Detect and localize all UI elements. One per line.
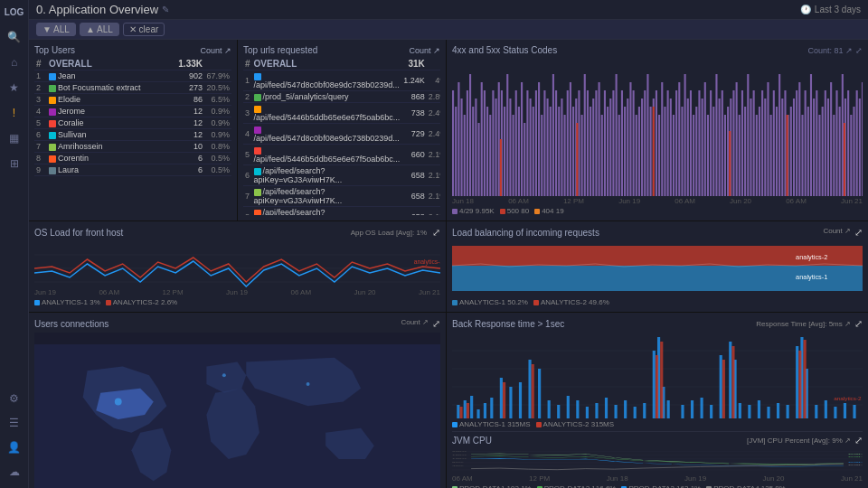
status-codes-panel: 4xx and 5xx Status Codes Count: 81 ↗ ⤢ g… <box>447 40 868 221</box>
table-row: 2 /prod_5i/analytics/query 868 2.8% <box>243 91 440 103</box>
legend-color-500 <box>500 209 505 214</box>
sidebar-item-home[interactable]: ⌂ <box>2 51 27 74</box>
expand-icon[interactable]: ⤢ <box>854 318 863 330</box>
table-row: 1 /api/feed/547d8c0bf08e9dc738b0239d... … <box>243 70 440 91</box>
top-users-title: Top Users <box>34 45 75 55</box>
table-row: 8 Corentin 6 0.5% <box>34 153 231 164</box>
expand-icon[interactable]: ⤢ <box>432 318 440 330</box>
jvm-x-labels: 06 AM 12 PM Jun 18 Jun 19 Jun 20 Jun 21 <box>452 474 863 483</box>
svg-text:analytics-1: analytics-1 <box>796 273 827 281</box>
svg-rect-215 <box>503 382 505 418</box>
svg-text:Prod-data4: Prod-data4 <box>848 461 863 463</box>
svg-rect-194 <box>701 398 703 418</box>
svg-point-159 <box>115 399 122 406</box>
svg-rect-168 <box>470 396 473 418</box>
svg-rect-203 <box>777 403 779 418</box>
urls-table: # OVERALL 31K 1 /api/feed/547d8c0bf08e9d… <box>243 58 440 215</box>
sidebar-item-alert[interactable]: ! <box>2 101 27 125</box>
expand-icon[interactable]: ⤢ <box>854 435 863 446</box>
svg-rect-62 <box>629 82 631 196</box>
jvm-header: JVM CPU [JVM] CPU Percent [Avg]: 9% ↗ ⤢ <box>452 435 863 446</box>
svg-rect-86 <box>698 90 700 196</box>
svg-rect-55 <box>609 99 611 196</box>
sidebar-item-cloud[interactable]: ☁ <box>2 460 27 483</box>
jvm-chart: 200% 160% 120% 80% 40% Prod-data6 <box>452 449 863 474</box>
svg-rect-211 <box>844 403 846 418</box>
table-row: 7 Amrihossein 10 0.8% <box>34 141 231 153</box>
svg-rect-220 <box>731 346 734 418</box>
expand-icon[interactable]: ⤢ <box>855 46 863 55</box>
svg-rect-143 <box>862 82 863 196</box>
table-row: 7 /api/feed/search?apiKey=vGJ3AviwH7K...… <box>243 186 440 207</box>
svg-rect-180 <box>576 400 579 418</box>
svg-rect-28 <box>533 107 534 196</box>
svg-rect-214 <box>467 403 469 418</box>
svg-rect-93 <box>719 99 721 196</box>
svg-rect-89 <box>707 115 709 196</box>
users-map-header: Users connections Count ↗ ⤢ <box>34 318 440 330</box>
table-row: 2 Bot Focusmatic extract 273 20.5% <box>34 82 231 94</box>
svg-rect-75 <box>667 90 669 196</box>
sidebar-item-settings[interactable]: ⚙ <box>2 387 27 410</box>
svg-rect-63 <box>633 90 635 196</box>
legend-color-lb1 <box>452 300 458 305</box>
svg-text:40%: 40% <box>452 465 464 467</box>
svg-rect-19 <box>506 74 508 196</box>
os-load-header: OS Load for front host App OS Load [Avg]… <box>34 227 440 239</box>
svg-rect-132 <box>830 82 832 196</box>
status-count: Count: 81 ↗ ⤢ <box>807 46 863 55</box>
expand-icon[interactable]: ⤢ <box>432 227 440 239</box>
svg-rect-67 <box>644 90 646 196</box>
legend-color-a1 <box>34 300 40 305</box>
filter-all-btn[interactable]: ▼ ALL <box>36 23 76 36</box>
sidebar-item-user[interactable]: 👤 <box>2 436 27 459</box>
sidebar-item-chart[interactable]: ▦ <box>2 127 27 150</box>
svg-rect-34 <box>550 107 552 196</box>
filter-all2-btn[interactable]: ▲ ALL <box>80 23 119 36</box>
clear-btn[interactable]: ✕ clear <box>123 23 165 36</box>
jvm-legend: PROD-DATA1 192.1% PROD-DATA2 116.6% PROD… <box>452 484 863 488</box>
svg-rect-94 <box>722 90 723 196</box>
svg-rect-3 <box>461 99 463 196</box>
svg-rect-96 <box>727 107 729 196</box>
svg-rect-53 <box>604 90 606 196</box>
os-chart-area: analytics-2 <box>34 241 440 287</box>
svg-rect-131 <box>827 99 829 196</box>
header-right: 🕐 Last 3 days <box>800 5 861 14</box>
svg-rect-103 <box>747 74 749 196</box>
table-row: 8 /api/feed/search?apiKey=vGJ3AviwH7K...… <box>243 207 440 216</box>
svg-rect-84 <box>693 115 694 196</box>
svg-rect-45 <box>581 115 583 196</box>
time-label: Last 3 days <box>815 5 861 14</box>
svg-rect-78 <box>675 90 677 196</box>
svg-rect-107 <box>759 107 760 196</box>
expand-icon[interactable]: ⤢ <box>854 227 863 239</box>
svg-rect-186 <box>634 407 637 418</box>
svg-rect-42 <box>572 107 574 196</box>
load-balancing-panel: Load balancing of incoming requests Coun… <box>447 221 868 312</box>
svg-rect-49 <box>592 99 594 196</box>
legend-color-4xx <box>452 209 458 214</box>
table-row: 9 Laura 6 0.5% <box>34 164 231 176</box>
svg-point-160 <box>222 373 226 377</box>
sidebar-item-star[interactable]: ★ <box>2 76 27 99</box>
svg-rect-29 <box>535 90 537 196</box>
svg-rect-118 <box>790 107 792 196</box>
svg-rect-205 <box>796 346 798 418</box>
svg-rect-116 <box>784 90 786 196</box>
edit-icon[interactable]: ✎ <box>162 5 169 14</box>
svg-text:Prod-data6: Prod-data6 <box>848 454 863 455</box>
svg-rect-119 <box>793 99 795 196</box>
svg-rect-11 <box>484 90 486 196</box>
table-row: 4 Jerome 12 0.9% <box>34 106 231 117</box>
svg-rect-212 <box>853 405 855 418</box>
svg-rect-218 <box>660 342 663 418</box>
sidebar-item-search[interactable]: 🔍 <box>2 25 27 49</box>
svg-rect-193 <box>691 400 693 418</box>
sidebar-item-grid[interactable]: ⊞ <box>2 152 27 175</box>
svg-rect-178 <box>557 405 560 418</box>
svg-rect-105 <box>753 90 755 196</box>
svg-rect-185 <box>624 400 627 418</box>
count-label: Count ↗ <box>823 227 851 239</box>
sidebar-item-list[interactable]: ☰ <box>2 411 27 435</box>
